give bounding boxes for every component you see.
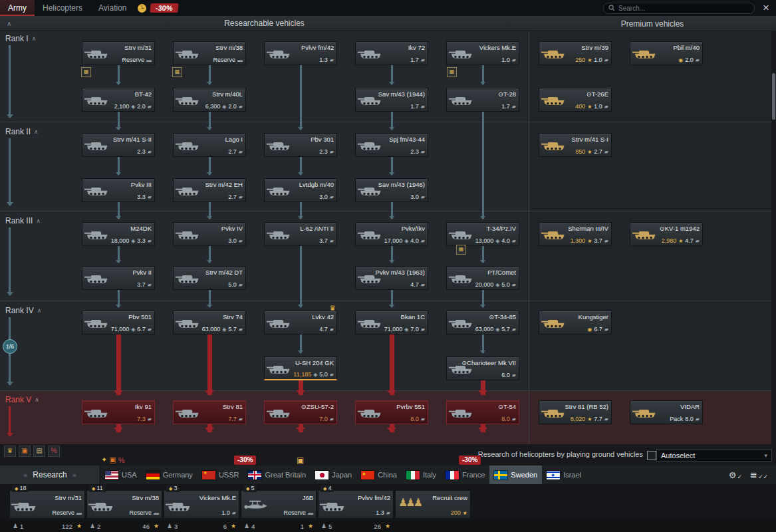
- vehicle-card[interactable]: Lago I2.7▰: [173, 133, 246, 157]
- rank-label-3[interactable]: Rank III∧: [5, 216, 41, 225]
- crew-slot-5[interactable]: ◆4Pvlvv fm/421.3▰: [318, 490, 394, 519]
- vehicle-card[interactable]: Kungstiger◉6.7▰: [539, 311, 612, 334]
- rank-label-2[interactable]: Rank II∧: [5, 127, 39, 136]
- vehicle-info: ◉2.0▰: [632, 57, 700, 63]
- search-input[interactable]: Search...: [603, 3, 755, 14]
- eagle-icon: ★: [463, 510, 467, 516]
- nation-tab-italy[interactable]: Italy: [402, 466, 441, 484]
- promo-corner-icon[interactable]: ▤: [33, 446, 45, 457]
- list-checks-icon[interactable]: ≣✓✓: [750, 470, 768, 480]
- nation-tab-sweden[interactable]: Sweden: [489, 466, 542, 484]
- vehicle-card[interactable]: Pvkv m/43 (1963)4.7▰: [355, 266, 428, 290]
- close-icon[interactable]: ×: [763, 1, 769, 15]
- folder-badge-icon[interactable]: ▦: [81, 67, 91, 77]
- eagle-cost: 1,300: [571, 237, 586, 244]
- folder-badge-icon[interactable]: ▦: [456, 245, 466, 255]
- autoselect-dropdown[interactable]: Autoselect ▾: [656, 449, 772, 462]
- rank-label-5[interactable]: Rank V∧: [5, 395, 39, 404]
- vehicle-card[interactable]: Lvtdgb m/403.0▰: [264, 178, 337, 202]
- flag-sweden-icon: [494, 471, 507, 479]
- scrollbar-thumb[interactable]: [772, 73, 775, 120]
- vehicle-card[interactable]: Vickers Mk.E1.0▰: [446, 41, 519, 65]
- vehicle-card[interactable]: Pvkv IV3.0▰: [173, 222, 246, 246]
- vehicle-card[interactable]: Strv m/42 EH2.7▰: [173, 178, 246, 202]
- folder-badge-icon[interactable]: ▦: [172, 67, 182, 77]
- rank-label-4[interactable]: Rank IV∧: [5, 306, 41, 315]
- vehicle-card[interactable]: Pbv 3012.3▰: [264, 133, 337, 157]
- vehicle-card[interactable]: Pvkv III3.3▰: [82, 178, 155, 202]
- vehicle-info: 2,100◈2.0▰: [84, 103, 152, 110]
- vehicle-card[interactable]: Pbv 50171,000◈6.7▰: [82, 311, 155, 334]
- vehicle-card[interactable]: ⊙Charioteer Mk VII6.0▰: [446, 356, 519, 380]
- vehicle-card[interactable]: Sherman III/IV1,300★3.7▰: [539, 222, 612, 246]
- vehicle-card[interactable]: Ikv 721.7▰: [355, 41, 428, 65]
- crew-slot-4[interactable]: ◆5J6BReserve▬: [241, 490, 317, 519]
- vehicle-card[interactable]: Strv m/31Reserve▬: [82, 41, 155, 65]
- promo-corner-icon[interactable]: ▣: [19, 446, 31, 457]
- wrench-check-icon[interactable]: ⚙✓: [729, 470, 742, 480]
- nation-tab-israel[interactable]: Israel: [542, 466, 586, 484]
- vehicle-card[interactable]: U-SH 204 GK11,185◈5.0▰: [264, 356, 337, 380]
- nation-tab-france[interactable]: France: [441, 466, 489, 484]
- promo-corner-icon[interactable]: ♛: [4, 446, 16, 457]
- nation-tab-ussr[interactable]: USSR: [197, 466, 244, 484]
- nation-tab-germany[interactable]: Germany: [142, 466, 197, 484]
- tree-connector-arrow: [391, 157, 393, 175]
- vehicle-card[interactable]: ⊙KV-1 m19422,980★4.7▰: [630, 222, 703, 246]
- vehicle-card[interactable]: Strv 7463,000◈5.7▰: [173, 311, 246, 334]
- vehicle-card[interactable]: Pvkv II3.7▰: [82, 266, 155, 290]
- collapse-all-icon[interactable]: ∧: [7, 20, 11, 27]
- vehicle-card[interactable]: Pvkv/Ikv17,000◈4.0▰: [355, 222, 428, 246]
- vehicle-card[interactable]: Pvrbv 5518.0▰: [355, 400, 428, 424]
- vehicle-card[interactable]: Lvkv 424.7▰♛: [264, 311, 337, 334]
- vehicle-card[interactable]: M24DK18,000◈3.3▰: [82, 222, 155, 246]
- game-mode-icon: ▰: [696, 57, 700, 63]
- vehicle-card[interactable]: PT/Comet20,000◈5.0▰: [446, 266, 519, 290]
- vehicle-card[interactable]: Pvlvv fm/421.3▰: [264, 41, 337, 65]
- vehicle-card[interactable]: Strv 817.7▰: [173, 400, 246, 424]
- vehicle-card[interactable]: ⊙T-548.0▰: [446, 400, 519, 424]
- crew-slot-2[interactable]: ◆11Strv m/38Reserve▬: [86, 490, 162, 519]
- vehicle-card[interactable]: Strv m/39250★1.0▰: [539, 41, 612, 65]
- vehicle-card[interactable]: ⊙T-26E400★1.0▰: [539, 88, 612, 112]
- crew-slot-1[interactable]: ◆18Strv m/31Reserve▬: [9, 490, 85, 519]
- battle-rating: 1.0: [221, 509, 230, 516]
- vehicle-card[interactable]: Strv m/40L6,300◈2.0▰: [173, 88, 246, 112]
- tree-connector-arrow: [482, 112, 484, 219]
- vehicle-card[interactable]: Bkan 1C71,000◈7.0▰: [355, 311, 428, 334]
- vehicle-card[interactable]: Sav m/43 (1946)3.0▰: [355, 178, 428, 202]
- nation-tab-usa[interactable]: USA: [100, 466, 142, 484]
- tab-helicopters[interactable]: Helicopters: [35, 0, 90, 16]
- tab-army[interactable]: Army: [0, 0, 35, 16]
- rank-label-1[interactable]: Rank I∧: [5, 34, 36, 43]
- nation-tab-japan[interactable]: Japan: [311, 466, 356, 484]
- vehicle-card[interactable]: Strv 81 (RB 52)8,020★7.7▰: [539, 400, 612, 424]
- nation-tab-gb[interactable]: Great Britain: [243, 466, 311, 484]
- vehicle-card[interactable]: BT-422,100◈2.0▰: [82, 88, 155, 112]
- vehicle-card[interactable]: Strv m/41 S-I850★2.7▰: [539, 133, 612, 157]
- vehicle-card[interactable]: Ikv 917.3▰: [82, 400, 155, 424]
- vehicle-card[interactable]: Strv m/38Reserve▬: [173, 41, 246, 65]
- crew-slot-3[interactable]: ◆3Vickers Mk.E1.0▰: [164, 490, 239, 519]
- folder-badge-icon[interactable]: ▦: [447, 67, 457, 77]
- vehicle-card[interactable]: T-34/Pz.IV13,000◈4.0▰: [446, 222, 519, 246]
- game-mode-icon: ▰: [330, 327, 334, 332]
- vehicle-card[interactable]: L-62 ANTI II3.7▰: [264, 222, 337, 246]
- research-button[interactable]: « Research »: [0, 466, 100, 484]
- game-mode-icon: ▰: [421, 149, 425, 155]
- promo-corner-icon[interactable]: %: [48, 446, 60, 457]
- vehicle-card[interactable]: Strv m/42 DT5.0▰: [173, 266, 246, 290]
- nation-tab-china[interactable]: China: [356, 466, 402, 484]
- vehicle-card[interactable]: ⊙T-281.7▰: [446, 88, 519, 112]
- vehicle-card[interactable]: ⊙T-34-8563,000◈5.7▰: [446, 311, 519, 334]
- vehicle-card[interactable]: Sav m/43 (1944)1.7▰: [355, 88, 428, 112]
- vehicle-card[interactable]: Spj fm/43-442.3▰: [355, 133, 428, 157]
- game-mode-icon: ▰: [148, 327, 152, 332]
- crew-slot-6[interactable]: ♟♟♟Recruit crew200★: [395, 490, 471, 519]
- helicopter-research-checkbox[interactable]: [647, 451, 656, 460]
- vehicle-card[interactable]: ⊙ZSU-57-27.0▰: [264, 400, 337, 424]
- tab-aviation[interactable]: Aviation: [90, 0, 134, 16]
- vehicle-card[interactable]: Strv m/41 S-II2.3▰: [82, 133, 155, 157]
- vehicle-card[interactable]: Pbil m/40◉2.0▰: [630, 41, 703, 65]
- vehicle-card[interactable]: VIDARPack8.0▰: [630, 400, 703, 424]
